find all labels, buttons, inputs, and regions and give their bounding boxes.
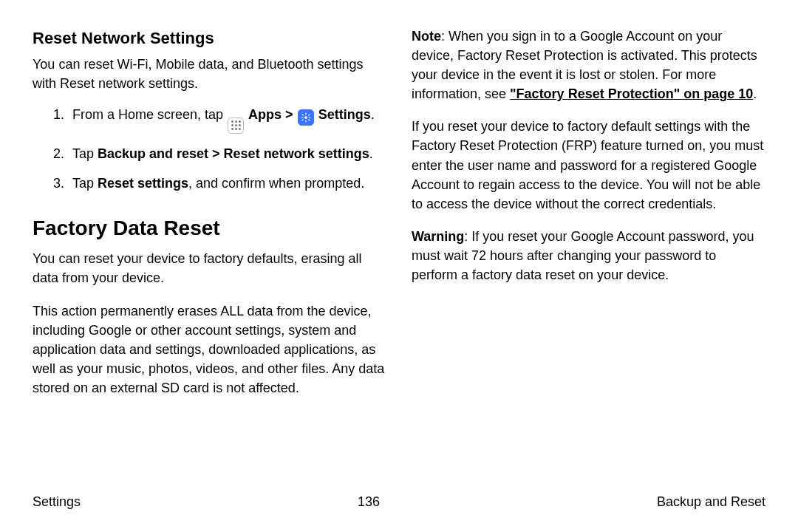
step-1-end: . bbox=[371, 107, 375, 122]
step-2-text-c: . bbox=[369, 146, 373, 161]
step-3: Tap Reset settings, and confirm when pro… bbox=[68, 174, 386, 193]
factory-reset-p1: You can reset your device to factory def… bbox=[33, 249, 386, 287]
svg-point-0 bbox=[304, 116, 307, 119]
factory-reset-p2: This action permanently erases ALL data … bbox=[33, 301, 386, 398]
step-2-bold: Backup and reset > Reset network setting… bbox=[98, 146, 369, 161]
svg-rect-4 bbox=[308, 117, 310, 117]
step-1-settings-label: Settings bbox=[318, 107, 371, 122]
step-1-text-a: From a Home screen, tap bbox=[72, 107, 227, 122]
note-end: . bbox=[753, 86, 757, 101]
reset-network-intro: You can reset Wi-Fi, Mobile data, and Bl… bbox=[33, 55, 386, 93]
step-1-apps-label: Apps bbox=[248, 107, 282, 122]
svg-rect-5 bbox=[301, 114, 304, 116]
footer-right: Backup and Reset bbox=[657, 492, 765, 511]
step-2: Tap Backup and reset > Reset network set… bbox=[68, 144, 386, 163]
warning-paragraph: Warning: If you reset your Google Accoun… bbox=[412, 227, 765, 284]
frp-link[interactable]: "Factory Reset Protection" on page 10 bbox=[510, 86, 753, 101]
note-paragraph: Note: When you sign in to a Google Accou… bbox=[412, 27, 765, 103]
frp-explanation: If you reset your device to factory defa… bbox=[412, 117, 765, 213]
svg-rect-3 bbox=[301, 117, 303, 117]
svg-rect-7 bbox=[301, 119, 304, 121]
step-1-separator: > bbox=[285, 107, 297, 122]
footer-page-number: 136 bbox=[358, 492, 380, 511]
settings-icon bbox=[298, 109, 314, 126]
svg-rect-2 bbox=[305, 120, 306, 123]
page-footer: Settings 136 Backup and Reset bbox=[33, 492, 765, 511]
reset-network-steps: From a Home screen, tap Apps > bbox=[33, 105, 386, 193]
step-3-text-a: Tap bbox=[72, 176, 98, 191]
step-2-text-a: Tap bbox=[72, 146, 98, 161]
left-column: Reset Network Settings You can reset Wi-… bbox=[33, 27, 386, 470]
warning-label: Warning bbox=[412, 229, 464, 244]
step-3-bold: Reset settings bbox=[98, 176, 188, 191]
right-column: Note: When you sign in to a Google Accou… bbox=[412, 27, 765, 470]
svg-rect-8 bbox=[308, 114, 310, 116]
note-label: Note bbox=[412, 29, 441, 44]
content-columns: Reset Network Settings You can reset Wi-… bbox=[33, 27, 765, 470]
section-heading-factory-reset: Factory Data Reset bbox=[33, 214, 386, 244]
section-heading-reset-network: Reset Network Settings bbox=[33, 27, 386, 50]
svg-rect-1 bbox=[305, 113, 306, 115]
svg-rect-6 bbox=[308, 119, 310, 121]
apps-icon bbox=[228, 117, 244, 134]
footer-left: Settings bbox=[33, 492, 81, 511]
step-3-text-c: , and confirm when prompted. bbox=[188, 176, 364, 191]
step-1: From a Home screen, tap Apps > bbox=[68, 105, 386, 134]
